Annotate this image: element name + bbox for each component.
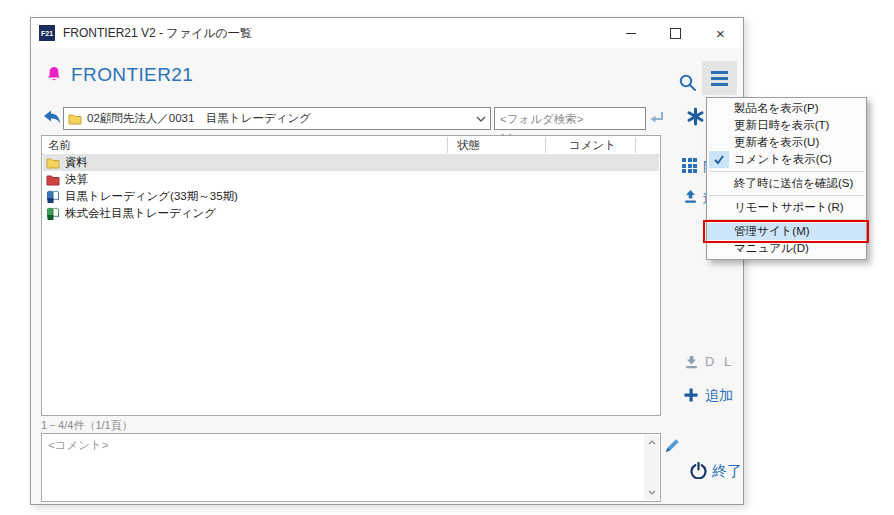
- app-icon: F21: [39, 25, 55, 41]
- column-header-status[interactable]: 状態: [457, 136, 480, 154]
- scroll-up-icon[interactable]: [644, 435, 659, 450]
- back-arrow-icon: [42, 109, 62, 127]
- minimize-button[interactable]: [608, 18, 653, 48]
- chevron-down-icon: [476, 116, 486, 122]
- search-icon: [678, 73, 698, 93]
- record-count: 1－4/4件（1/1頁）: [41, 418, 133, 433]
- checkmark-icon: [709, 151, 729, 168]
- app-name: FRONTIER21: [71, 64, 193, 86]
- download-icon[interactable]: [684, 355, 699, 370]
- folder-combobox[interactable]: 02顧問先法人／0031 目黒トレーディング: [63, 107, 491, 130]
- maximize-icon: [670, 28, 681, 39]
- table-row[interactable]: 資料: [43, 154, 659, 171]
- plus-icon[interactable]: [683, 387, 699, 403]
- ledger-file-blue-icon: [46, 190, 60, 203]
- ledger-file-green-icon: [46, 207, 60, 220]
- row-name: 株式会社目黒トレーディング: [65, 206, 216, 221]
- table-row[interactable]: 決算: [43, 171, 659, 188]
- folder-yellow-icon: [46, 157, 60, 169]
- minimize-icon: [626, 33, 636, 34]
- folder-icon: [68, 113, 82, 125]
- row-name: 決算: [65, 172, 88, 187]
- folder-path-value: 02顧問先法人／0031 目黒トレーディング: [87, 111, 476, 126]
- upload-icon[interactable]: [683, 189, 698, 204]
- column-divider[interactable]: [447, 137, 448, 153]
- maximize-button[interactable]: [653, 18, 698, 48]
- power-icon[interactable]: [690, 462, 707, 479]
- menu-item-admin-site[interactable]: 管理サイト(M): [707, 223, 866, 240]
- column-header-name[interactable]: 名前: [48, 136, 71, 154]
- row-name: 資料: [65, 155, 88, 170]
- file-list-panel: 名前 状態 コメント 資料 決算 目黒トレーディング(33期～35期): [41, 135, 661, 416]
- titlebar: F21 FRONTIER21 V2 - ファイルの一覧 ×: [31, 18, 743, 48]
- menu-separator: [709, 171, 864, 172]
- menu-item-show-product-name[interactable]: 製品名を表示(P): [707, 100, 866, 117]
- enter-icon[interactable]: [648, 110, 666, 126]
- asterisk-icon[interactable]: [686, 107, 705, 126]
- menu-item-label: コメントを表示(C): [734, 153, 832, 165]
- menu-separator: [709, 195, 864, 196]
- menu-item-show-updated-time[interactable]: 更新日時を表示(T): [707, 117, 866, 134]
- open-grid-icon[interactable]: [682, 158, 697, 173]
- search-button[interactable]: [675, 70, 701, 96]
- comment-scrollbar[interactable]: [644, 435, 659, 500]
- column-divider[interactable]: [635, 137, 636, 153]
- download-button[interactable]: D L: [705, 354, 734, 369]
- notification-bell-icon[interactable]: [46, 66, 62, 85]
- screen: F21 FRONTIER21 V2 - ファイルの一覧 × FRONTIER21…: [0, 0, 894, 515]
- menu-item-show-comment[interactable]: コメントを表示(C): [707, 151, 866, 168]
- table-header: 名前 状態 コメント: [42, 136, 660, 155]
- close-icon: ×: [716, 26, 725, 41]
- app-window: F21 FRONTIER21 V2 - ファイルの一覧 × FRONTIER21…: [30, 17, 744, 505]
- table-row[interactable]: 株式会社目黒トレーディング: [43, 205, 659, 222]
- row-name: 目黒トレーディング(33期～35期): [65, 189, 238, 204]
- menu-item-label: 管理サイト(M): [734, 225, 810, 237]
- folder-red-icon: [46, 174, 60, 186]
- column-divider[interactable]: [545, 137, 546, 153]
- exit-button[interactable]: 終了: [712, 462, 742, 481]
- folder-search-input[interactable]: [494, 107, 646, 130]
- back-button[interactable]: [42, 109, 62, 127]
- window-controls: ×: [608, 18, 743, 48]
- menu-separator: [709, 219, 864, 220]
- hamburger-icon: [711, 71, 728, 74]
- comment-placeholder: <コメント>: [48, 438, 109, 453]
- hamburger-dropdown-menu: 製品名を表示(P) 更新日時を表示(T) 更新者を表示(U) コメントを表示(C…: [706, 97, 867, 260]
- add-button[interactable]: 追加: [705, 387, 733, 405]
- window-title: FRONTIER21 V2 - ファイルの一覧: [63, 18, 252, 48]
- scroll-down-icon[interactable]: [644, 485, 659, 500]
- hamburger-menu-button[interactable]: [702, 61, 737, 95]
- close-button[interactable]: ×: [698, 18, 743, 48]
- menu-item-confirm-send-on-exit[interactable]: 終了時に送信を確認(S): [707, 175, 866, 192]
- table-row[interactable]: 目黒トレーディング(33期～35期): [43, 188, 659, 205]
- edit-pencil-icon[interactable]: [664, 437, 681, 454]
- comment-box[interactable]: <コメント>: [41, 433, 661, 502]
- menu-item-show-updater[interactable]: 更新者を表示(U): [707, 134, 866, 151]
- menu-item-manual[interactable]: マニュアル(D): [707, 240, 866, 257]
- menu-item-remote-support[interactable]: リモートサポート(R): [707, 199, 866, 216]
- column-header-comment[interactable]: コメント: [569, 136, 616, 154]
